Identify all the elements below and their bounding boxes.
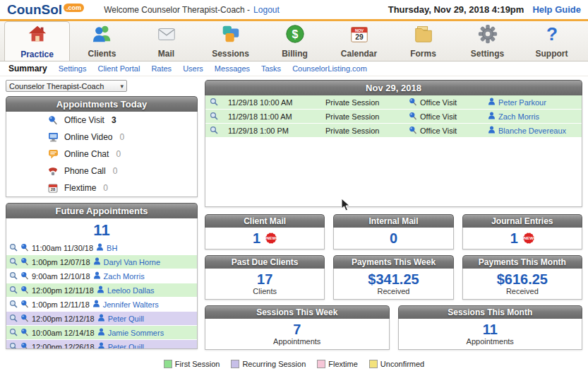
sessions-week-panel[interactable]: Sessions This Week 7 Appointments [205, 305, 390, 350]
mini-calendar-icon: 28 [47, 183, 59, 193]
person-icon [488, 112, 496, 121]
appointment-time: 10:00am 12/14/18 [32, 329, 95, 337]
panel-title: Sessions This Week [205, 305, 390, 319]
person-icon [92, 300, 100, 309]
client-link[interactable]: Peter Quill [108, 315, 144, 323]
nav-label: Mail [158, 49, 174, 59]
magnifier-icon[interactable] [9, 286, 18, 295]
magnifier-icon[interactable] [210, 126, 228, 136]
nav-item-sessions[interactable]: Sessions [198, 21, 263, 61]
magnifier-icon[interactable] [9, 300, 18, 310]
subnav-link-users[interactable]: Users [183, 64, 203, 73]
svg-text:28: 28 [51, 187, 56, 192]
nav-item-forms[interactable]: Forms [391, 21, 455, 61]
client-link[interactable]: Jennifer Walters [103, 300, 159, 309]
appointment-time: 12:00pm 12/26/18 [32, 343, 95, 349]
client-link[interactable]: Leeloo Dallas [107, 286, 155, 295]
magnifier-icon[interactable] [9, 328, 18, 338]
magnifier-icon[interactable] [9, 243, 18, 253]
client-link[interactable]: Zach Morris [498, 112, 539, 121]
subnav-link-messages[interactable]: Messages [215, 64, 250, 73]
client-mail-panel[interactable]: Client Mail 1 NEW [205, 214, 325, 249]
future-appointment-row: 9:00am 12/10/18 Zach Morris [6, 269, 197, 283]
nav-item-support[interactable]: ? Support [520, 21, 584, 61]
magnifier-icon[interactable] [9, 257, 18, 267]
client-link[interactable]: Blanche Devereaux [498, 127, 566, 135]
main-nav: Practice Clients Mail Sessions $ Billing… [0, 21, 588, 61]
pin-icon [47, 115, 59, 125]
stats-row-mail: Client Mail 1 NEW Internal Mail 0 Journa… [205, 214, 582, 249]
help-guide-link[interactable]: Help Guide [532, 4, 581, 15]
subnav-link-tasks[interactable]: Tasks [261, 64, 281, 73]
type-label: Flextime [64, 183, 96, 193]
svg-text:29: 29 [355, 33, 364, 41]
logout-link[interactable]: Logout [253, 5, 280, 15]
magnifier-icon[interactable] [210, 112, 228, 122]
today-schedule-body: 11/29/18 10:00 AM Private Session Office… [205, 95, 582, 207]
person-icon [488, 126, 496, 135]
payments-month-panel[interactable]: Payments This Month $616.25 Received [462, 255, 582, 300]
client-link[interactable]: Zach Morris [104, 272, 145, 281]
today-schedule-panel: Nov 29, 2018 11/29/18 10:00 AM Private S… [205, 80, 582, 207]
logo-text: CounSol [7, 2, 62, 18]
welcome-label: Welcome Counselor Therapist-Coach - [104, 5, 250, 15]
subnav-link-client-portal[interactable]: Client Portal [97, 64, 140, 73]
tab-summary[interactable]: Summary [8, 64, 47, 74]
today-appointment-row: 11/29/18 10:00 AM Private Session Office… [205, 95, 582, 110]
appointment-datetime: 11/29/18 11:00 AM [228, 112, 325, 121]
client-link[interactable]: Jamie Sommers [108, 329, 164, 337]
future-appointments-total: 11 [6, 218, 197, 241]
mouse-cursor [341, 198, 350, 214]
subnav-link-settings[interactable]: Settings [59, 64, 87, 73]
logo[interactable]: CounSol .com [7, 2, 84, 18]
magnifier-icon[interactable] [9, 271, 18, 281]
legend-label: First Session [175, 360, 220, 368]
nav-label: Practice [20, 49, 54, 59]
pin-icon [20, 314, 29, 324]
subnav-link-counselorlisting[interactable]: CounselorListing.com [292, 64, 367, 73]
visit-type: Office Visit [420, 98, 457, 107]
past-due-count: 17 [257, 272, 272, 287]
house-icon [27, 24, 48, 48]
type-count: 0 [120, 132, 125, 142]
appointment-type-row: 28 Flextime 0 [6, 180, 197, 196]
sessions-month-count: 11 [483, 322, 498, 337]
nav-item-billing[interactable]: $ Billing [263, 21, 327, 61]
nav-item-practice[interactable]: Practice [4, 21, 70, 61]
appointment-type-row: Online Chat 0 [6, 146, 197, 163]
magnifier-icon[interactable] [9, 314, 18, 324]
visit-type: Office Visit [420, 112, 457, 121]
subnav-link-rates[interactable]: Rates [151, 64, 172, 73]
internal-mail-panel[interactable]: Internal Mail 0 [333, 214, 453, 249]
panel-title: Client Mail [205, 214, 325, 228]
past-due-sub: Clients [253, 287, 277, 295]
nav-item-calendar[interactable]: NOV29 Calendar [327, 21, 391, 61]
client-mail-count: 1 [253, 231, 260, 246]
counselor-select[interactable]: Counselor Therapist-Coach ▾ [6, 80, 127, 92]
panel-title: Journal Entries [462, 214, 582, 228]
current-datetime: Thursday, Nov 29, 2018 4:19pm [388, 4, 524, 15]
client-link[interactable]: Peter Quill [108, 343, 144, 349]
pin-icon [20, 257, 29, 267]
appointment-time: 9:00am 12/10/18 [32, 272, 90, 281]
person-icon [97, 286, 104, 295]
appointment-type-row: Phone Call 0 [6, 163, 197, 180]
pin-icon [20, 243, 29, 253]
client-link[interactable]: Daryl Van Horne [104, 258, 161, 266]
sessions-month-panel[interactable]: Sessions This Month 11 Appointments [398, 305, 583, 350]
past-due-clients-panel[interactable]: Past Due Clients 17 Clients [205, 255, 325, 300]
nav-label: Sessions [212, 49, 249, 59]
magnifier-icon[interactable] [210, 98, 228, 107]
legend-label: Recurring Session [242, 360, 306, 368]
nav-item-settings[interactable]: Settings [455, 21, 520, 61]
pin-icon [20, 342, 29, 349]
nav-item-mail[interactable]: Mail [134, 21, 198, 61]
type-label: Phone Call [64, 166, 106, 176]
client-link[interactable]: Peter Parkour [498, 98, 546, 107]
nav-label: Forms [410, 49, 436, 59]
nav-item-clients[interactable]: Clients [70, 21, 134, 61]
magnifier-icon[interactable] [9, 342, 18, 349]
journal-entries-panel[interactable]: Journal Entries 1 NEW [462, 214, 582, 249]
payments-week-panel[interactable]: Payments This Week $341.25 Received [333, 255, 453, 300]
client-link[interactable]: BH [107, 244, 117, 252]
